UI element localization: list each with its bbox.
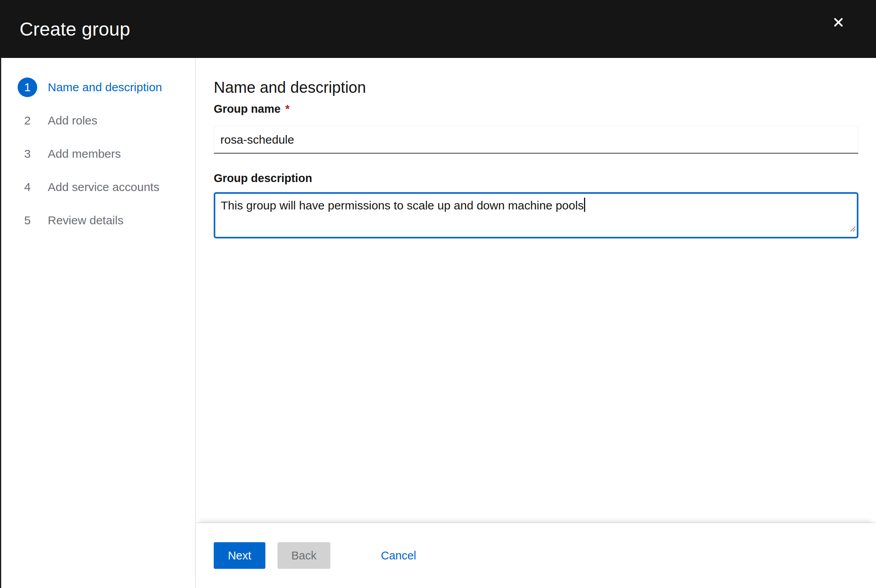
step-number: 3 bbox=[24, 147, 31, 161]
group-description-label: Group description bbox=[214, 171, 312, 185]
step-number: 1 bbox=[18, 78, 37, 97]
step-item-add-members[interactable]: 3 Add members bbox=[0, 137, 195, 170]
wizard-footer: Next Back Cancel bbox=[196, 523, 876, 588]
wizard-main: Name and description Group name * Group … bbox=[196, 58, 876, 588]
step-item-add-roles[interactable]: 2 Add roles bbox=[0, 104, 195, 137]
step-number: 2 bbox=[24, 114, 31, 127]
step-label: Add roles bbox=[48, 114, 97, 127]
next-button[interactable]: Next bbox=[214, 542, 265, 569]
step-label: Add members bbox=[48, 147, 121, 161]
group-name-label-row: Group name * bbox=[214, 102, 858, 116]
cancel-button[interactable]: Cancel bbox=[381, 542, 416, 569]
page-backdrop-edge bbox=[0, 58, 1, 588]
back-button[interactable]: Back bbox=[278, 542, 330, 569]
step-number-box: 1 bbox=[17, 78, 38, 97]
step-number: 5 bbox=[24, 214, 31, 227]
step-item-add-service-accounts[interactable]: 4 Add service accounts bbox=[0, 170, 195, 204]
text-caret bbox=[584, 198, 585, 212]
wizard-body: 1 Name and description 2 Add roles 3 Add… bbox=[0, 58, 876, 588]
step-label: Review details bbox=[48, 214, 123, 227]
group-name-label: Group name bbox=[214, 102, 281, 116]
close-icon bbox=[833, 16, 844, 28]
required-indicator: * bbox=[285, 102, 290, 116]
step-number-box: 2 bbox=[17, 114, 38, 127]
page-title: Name and description bbox=[214, 78, 858, 97]
modal-header: Create group bbox=[0, 0, 876, 58]
wizard-content: Name and description Group name * Group … bbox=[196, 58, 876, 523]
step-number-box: 4 bbox=[17, 180, 38, 194]
step-label: Add service accounts bbox=[48, 180, 159, 194]
step-item-name-and-description[interactable]: 1 Name and description bbox=[0, 70, 195, 104]
close-button[interactable] bbox=[827, 11, 850, 34]
step-number-box: 5 bbox=[17, 214, 38, 227]
step-label: Name and description bbox=[48, 81, 162, 94]
group-description-label-row: Group description bbox=[214, 171, 858, 185]
group-name-input[interactable] bbox=[214, 126, 858, 154]
step-number-box: 3 bbox=[17, 147, 38, 161]
step-number: 4 bbox=[24, 180, 31, 194]
group-description-text: This group will have permissions to scal… bbox=[221, 199, 584, 212]
group-description-textarea[interactable]: This group will have permissions to scal… bbox=[214, 192, 858, 238]
resize-grip-icon[interactable] bbox=[848, 220, 856, 236]
create-group-modal: Create group 1 Name and description 2 bbox=[0, 0, 876, 588]
modal-title: Create group bbox=[20, 18, 130, 40]
step-item-review-details[interactable]: 5 Review details bbox=[0, 204, 195, 237]
wizard-steps-nav: 1 Name and description 2 Add roles 3 Add… bbox=[0, 58, 196, 588]
